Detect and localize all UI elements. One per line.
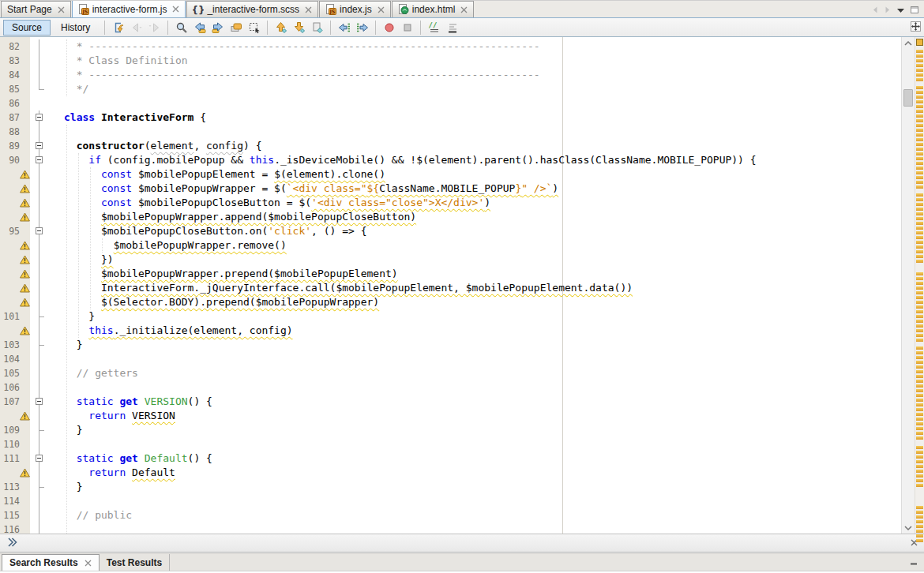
warning-mark[interactable] — [916, 193, 923, 197]
warning-icon[interactable] — [0, 196, 30, 210]
document-tab-interactive-form-scss[interactable]: {}_interactive-form.scss — [186, 1, 318, 17]
warning-icon[interactable] — [0, 267, 30, 281]
code-line[interactable]: 111 static get Default() { — [0, 451, 901, 466]
warning-mark[interactable] — [916, 148, 923, 151]
code-editor[interactable]: 82 * -----------------------------------… — [0, 37, 901, 534]
warning-mark[interactable] — [916, 152, 923, 155]
warning-mark[interactable] — [916, 534, 923, 537]
warning-mark[interactable] — [916, 394, 923, 397]
warning-mark[interactable] — [916, 484, 923, 487]
code-line[interactable]: 113 } — [0, 480, 901, 494]
code-line[interactable]: 105 // getters — [0, 366, 901, 380]
output-tab-test-results[interactable]: Test Results — [100, 554, 170, 571]
scrollbar-thumb[interactable] — [903, 89, 913, 107]
uncomment-button[interactable] — [443, 19, 461, 36]
warning-mark[interactable] — [916, 384, 923, 388]
close-tab-icon[interactable] — [460, 6, 468, 13]
warning-mark[interactable] — [916, 356, 923, 359]
shift-line-right-button[interactable] — [353, 19, 371, 36]
code-line[interactable]: 101 } — [0, 309, 901, 324]
warning-mark[interactable] — [916, 296, 923, 299]
code-line[interactable]: 115 // public — [0, 508, 901, 522]
code-line[interactable]: $mobilePopupWrapper.append($mobilePopupC… — [0, 210, 901, 224]
fold-toggle-icon[interactable] — [36, 114, 43, 121]
warning-mark[interactable] — [916, 203, 923, 206]
back-button[interactable] — [127, 19, 145, 36]
code-line[interactable]: 104 — [0, 352, 901, 366]
code-line[interactable]: 103 } — [0, 338, 901, 352]
warning-mark[interactable] — [916, 470, 923, 473]
fold-toggle-icon[interactable] — [36, 455, 43, 462]
stop-macro-button[interactable] — [398, 19, 416, 36]
code-line[interactable]: InteractiveForm._jQueryInterface.call($m… — [0, 281, 901, 295]
warning-mark[interactable] — [916, 114, 923, 118]
close-tab-icon[interactable] — [58, 6, 65, 13]
code-line[interactable]: const $mobilePopupWrapper = $(`<div clas… — [0, 182, 901, 196]
warning-mark[interactable] — [916, 305, 923, 309]
warning-mark[interactable] — [916, 124, 923, 127]
warning-mark[interactable] — [916, 176, 923, 179]
maximize-window-button[interactable] — [910, 6, 919, 14]
code-line[interactable]: 107 static get VERSION() { — [0, 395, 901, 409]
warning-mark[interactable] — [916, 465, 923, 468]
warning-mark[interactable] — [916, 86, 923, 89]
warning-icon[interactable] — [0, 409, 30, 423]
fold-toggle-icon[interactable] — [36, 156, 43, 163]
warning-mark[interactable] — [916, 54, 923, 58]
warning-mark[interactable] — [916, 236, 923, 239]
warning-mark[interactable] — [916, 479, 923, 482]
warning-icon[interactable] — [0, 167, 30, 182]
warning-mark[interactable] — [916, 277, 923, 280]
warning-icon[interactable] — [0, 182, 30, 196]
code-line[interactable]: return VERSION — [0, 409, 901, 423]
code-line[interactable]: return Default — [0, 466, 901, 480]
warning-mark[interactable] — [916, 78, 923, 81]
warning-mark[interactable] — [916, 272, 923, 275]
close-tab-icon[interactable] — [85, 560, 92, 567]
warning-mark[interactable] — [916, 181, 923, 184]
source-view-button[interactable]: Source — [3, 20, 51, 36]
warning-mark[interactable] — [916, 91, 923, 94]
warning-mark[interactable] — [916, 231, 923, 234]
fold-toggle-icon[interactable] — [36, 142, 43, 149]
vertical-scrollbar[interactable] — [901, 37, 915, 534]
code-line[interactable]: }) — [0, 253, 901, 267]
warning-icon[interactable] — [0, 466, 30, 480]
document-tab-interactive-form-js[interactable]: JSinteractive-form.js — [72, 0, 186, 17]
warning-mark[interactable] — [916, 217, 923, 220]
warning-mark[interactable] — [916, 301, 923, 304]
code-line[interactable]: $(Selector.BODY).prepend($mobilePopupWra… — [0, 295, 901, 309]
float-editor-button[interactable] — [911, 21, 921, 32]
document-tab-start-page[interactable]: Start Page — [1, 1, 71, 17]
warning-mark[interactable] — [916, 320, 923, 323]
warning-mark[interactable] — [916, 157, 923, 160]
code-line[interactable]: $mobilePopupWrapper.prepend($mobilePopup… — [0, 267, 901, 281]
warning-mark[interactable] — [916, 133, 923, 137]
scroll-up-button[interactable] — [902, 37, 915, 49]
code-line[interactable]: $mobilePopupWrapper.remove() — [0, 238, 901, 253]
warning-icon[interactable] — [0, 281, 30, 295]
warning-mark[interactable] — [916, 96, 923, 99]
code-line[interactable]: 87class InteractiveForm { — [0, 110, 901, 125]
warning-mark[interactable] — [916, 329, 923, 332]
toggle-bookmark-button[interactable] — [308, 19, 326, 36]
warning-mark[interactable] — [916, 222, 923, 225]
warning-mark[interactable] — [916, 241, 923, 244]
previous-bookmark-button[interactable] — [272, 19, 290, 36]
warning-mark[interactable] — [916, 64, 923, 67]
warning-mark[interactable] — [916, 143, 923, 146]
code-line[interactable]: 114 — [0, 494, 901, 508]
warning-mark[interactable] — [916, 334, 923, 337]
warning-icon[interactable] — [0, 253, 30, 267]
warning-icon[interactable] — [0, 324, 30, 338]
warning-mark[interactable] — [916, 119, 923, 122]
warning-mark[interactable] — [916, 427, 923, 430]
warning-mark[interactable] — [916, 310, 923, 313]
code-line[interactable]: 116 — [0, 522, 901, 534]
warning-mark[interactable] — [916, 422, 923, 425]
code-line[interactable]: 89 constructor(element, config) { — [0, 139, 901, 153]
document-tab-index-html[interactable]: index.html — [392, 1, 475, 17]
warning-mark[interactable] — [916, 399, 923, 402]
warning-mark[interactable] — [916, 436, 923, 440]
warning-mark[interactable] — [916, 351, 923, 354]
